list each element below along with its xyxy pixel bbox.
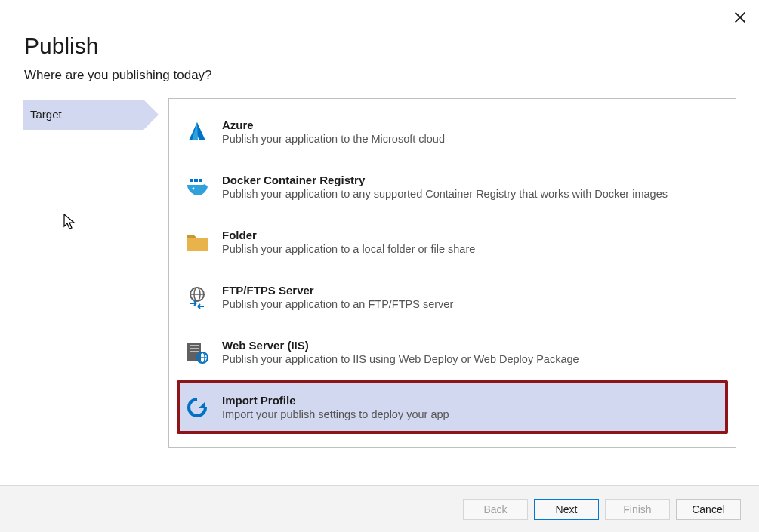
iis-icon (184, 340, 210, 365)
target-ftp[interactable]: FTP/FTPS Server Publish your application… (177, 270, 728, 324)
next-button[interactable]: Next (534, 499, 599, 520)
target-desc: Import your publish settings to deploy y… (222, 408, 449, 420)
svg-rect-9 (190, 348, 199, 349)
svg-point-3 (193, 187, 195, 189)
target-desc: Publish your application to a local fold… (222, 243, 475, 255)
target-azure[interactable]: Azure Publish your application to the Mi… (177, 105, 728, 158)
svg-rect-0 (190, 179, 193, 182)
svg-rect-1 (194, 179, 198, 182)
finish-button: Finish (605, 499, 670, 520)
wizard-step-target[interactable]: Target (23, 100, 143, 130)
target-iis[interactable]: Web Server (IIS) Publish your applicatio… (177, 325, 728, 379)
svg-rect-2 (199, 179, 202, 182)
target-title: Folder (222, 229, 475, 241)
page-title: Publish (24, 33, 735, 59)
close-icon[interactable] (733, 11, 747, 24)
target-title: Import Profile (222, 394, 449, 407)
cancel-button[interactable]: Cancel (676, 499, 741, 520)
azure-icon (184, 119, 210, 145)
back-button: Back (463, 499, 528, 520)
import-icon (184, 395, 210, 420)
target-folder[interactable]: Folder Publish your application to a loc… (177, 215, 728, 269)
svg-rect-10 (190, 351, 199, 352)
target-title: Docker Container Registry (222, 174, 668, 186)
wizard-footer: Back Next Finish Cancel (0, 485, 759, 532)
target-desc: Publish your application to IIS using We… (222, 353, 579, 365)
wizard-step-label: Target (30, 108, 62, 121)
target-list: Azure Publish your application to the Mi… (168, 98, 736, 448)
target-desc: Publish your application to an FTP/FTPS … (222, 298, 453, 310)
target-title: FTP/FTPS Server (222, 284, 453, 297)
target-docker[interactable]: Docker Container Registry Publish your a… (177, 160, 728, 214)
target-title: Web Server (IIS) (222, 339, 579, 352)
target-title: Azure (222, 118, 445, 131)
folder-icon (184, 229, 210, 255)
page-subtitle: Where are you publishing today? (24, 68, 735, 83)
target-desc: Publish your application to the Microsof… (222, 133, 445, 145)
target-desc: Publish your application to any supporte… (222, 188, 668, 200)
target-import-profile[interactable]: Import Profile Import your publish setti… (177, 380, 728, 434)
ftp-icon (184, 284, 210, 310)
docker-icon (184, 174, 210, 200)
wizard-sidebar: Target (23, 98, 147, 448)
svg-rect-8 (190, 345, 199, 346)
